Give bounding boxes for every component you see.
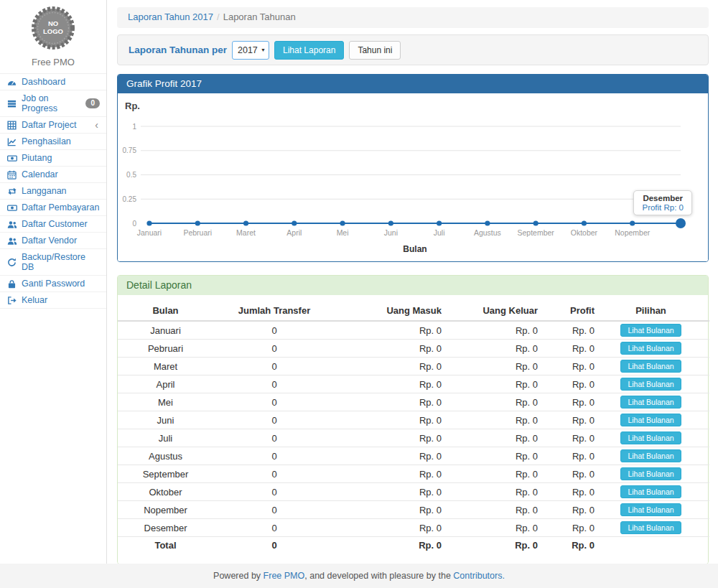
breadcrumb-link-laporan-tahun[interactable]: Laporan Tahun 2017 [128,11,213,22]
money-icon [6,203,17,213]
cell-pilihan: Lihat Bulanan [605,340,709,358]
table-row: Agustus0Rp. 0Rp. 0Rp. 0Lihat Bulanan [118,447,709,465]
sidebar-item-daftar-customer[interactable]: Daftar Customer [0,216,106,233]
cell-bulan: Desember [118,519,213,537]
lihat-bulanan-button[interactable]: Lihat Bulanan [620,414,681,426]
logo-text-line1: NO [48,19,58,27]
cell-bulan: Nopember [118,501,213,519]
lihat-bulanan-button[interactable]: Lihat Bulanan [620,449,681,462]
breadcrumb-separator: / [217,11,220,22]
cell-jumlah_transfer: 0 [213,411,335,429]
cell-uang_masuk: Rp. 0 [335,393,452,411]
brand: NO LOGO Free PMO [0,0,106,67]
footer-link-contributors[interactable]: Contributors. [453,571,505,581]
year-select-wrap: 2017 ▼ [232,41,269,60]
cell-profit: Rp. 0 [549,393,605,411]
cell-uang_keluar: Rp. 0 [452,411,549,429]
sidebar-item-dashboard[interactable]: Dashboard [0,74,106,90]
cell-jumlah_transfer: 0 [213,501,335,519]
dashboard-icon [6,78,17,87]
tahun-ini-button[interactable]: Tahun ini [349,41,401,60]
sidebar-item-calendar[interactable]: Calendar [0,167,106,183]
year-select[interactable]: 2017 [232,41,269,60]
table-row: Desember0Rp. 0Rp. 0Rp. 0Lihat Bulanan [118,519,709,537]
table-row: Juli0Rp. 0Rp. 0Rp. 0Lihat Bulanan [118,429,709,447]
lihat-bulanan-button[interactable]: Lihat Bulanan [620,360,681,373]
svg-text:Nopember: Nopember [615,228,651,237]
cell-bulan: Oktober [118,483,213,501]
lihat-bulanan-button[interactable]: Lihat Bulanan [620,324,681,337]
lihat-bulanan-button[interactable]: Lihat Bulanan [620,485,681,498]
filter-label: Laporan Tahunan per [129,45,227,55]
table-total-row: Total0Rp. 0Rp. 0Rp. 0 [118,537,709,554]
users-icon [6,220,17,229]
cell-profit: Rp. 0 [549,537,605,554]
sidebar-item-daftar-project[interactable]: Daftar Project‹ [0,117,106,134]
detail-panel-body: BulanJumlah TransferUang MasukUang Kelua… [118,295,708,564]
lihat-laporan-button[interactable]: Lihat Laporan [274,41,344,60]
sidebar-item-label: Calendar [22,169,58,179]
cell-bulan: April [118,375,213,393]
sidebar-item-job-on-progress[interactable]: Job on Progress0 [0,90,106,117]
cell-bulan: Juli [118,429,213,447]
cell-uang_keluar: Rp. 0 [452,465,549,483]
svg-text:Mei: Mei [337,228,349,237]
cell-pilihan: Lihat Bulanan [605,483,709,501]
cell-pilihan [605,537,709,554]
chart-tooltip-title: Desember [642,194,684,202]
cell-uang_masuk: Rp. 0 [335,537,452,554]
cell-jumlah_transfer: 0 [213,340,335,358]
lihat-bulanan-button[interactable]: Lihat Bulanan [620,521,681,534]
lihat-bulanan-button[interactable]: Lihat Bulanan [620,378,681,391]
cell-pilihan: Lihat Bulanan [605,447,709,465]
sidebar-item-daftar-pembayaran[interactable]: Daftar Pembayaran [0,200,106,216]
detail-laporan-panel: Detail Laporan BulanJumlah TransferUang … [117,275,709,564]
sidebar-item-label: Daftar Vendor [22,235,77,246]
cell-pilihan: Lihat Bulanan [605,429,709,447]
sign-out-icon [6,296,17,305]
lihat-bulanan-button[interactable]: Lihat Bulanan [620,431,681,444]
footer-text-prefix: Powered by [213,571,261,581]
cell-uang_masuk: Rp. 0 [335,447,452,465]
cell-profit: Rp. 0 [549,429,605,447]
svg-text:April: April [286,228,302,237]
footer-link-free-pmo[interactable]: Free PMO [264,571,305,581]
lihat-bulanan-button[interactable]: Lihat Bulanan [620,396,681,409]
cell-pilihan: Lihat Bulanan [605,358,709,375]
sidebar-item-penghasilan[interactable]: Penghasilan [0,134,106,150]
cell-uang_masuk: Rp. 0 [335,321,452,340]
column-header-bulan: Bulan [118,301,213,321]
cell-uang_keluar: Rp. 0 [452,429,549,447]
cell-uang_keluar: Rp. 0 [452,501,549,519]
chevron-left-icon: ‹ [95,121,100,129]
cell-uang_keluar: Rp. 0 [452,519,549,537]
table-row: Juni0Rp. 0Rp. 0Rp. 0Lihat Bulanan [118,411,709,429]
svg-text:0.25: 0.25 [123,195,137,203]
table-row: Mei0Rp. 0Rp. 0Rp. 0Lihat Bulanan [118,393,709,411]
cell-pilihan: Lihat Bulanan [605,321,709,340]
tasks-icon [6,99,17,108]
sidebar-item-langganan[interactable]: Langganan [0,183,106,200]
sidebar-item-label: Piutang [22,153,52,163]
sidebar-item-keluar[interactable]: Keluar [0,292,106,309]
cell-pilihan: Lihat Bulanan [605,411,709,429]
sidebar-item-daftar-vendor[interactable]: Daftar Vendor [0,233,106,249]
lihat-bulanan-button[interactable]: Lihat Bulanan [620,342,681,355]
svg-text:0.5: 0.5 [126,171,136,179]
report-filter-bar: Laporan Tahunan per 2017 ▼ Lihat Laporan… [117,34,709,65]
detail-panel-title: Detail Laporan [118,276,708,295]
table-icon [6,121,17,130]
sidebar-item-backup-restore-db[interactable]: Backup/Restore DB [0,249,106,276]
cell-uang_masuk: Rp. 0 [335,483,452,501]
sidebar-item-ganti-password[interactable]: Ganti Password [0,276,106,292]
lihat-bulanan-button[interactable]: Lihat Bulanan [620,467,681,480]
cell-profit: Rp. 0 [549,358,605,375]
sidebar-item-piutang[interactable]: Piutang [0,150,106,167]
lihat-bulanan-button[interactable]: Lihat Bulanan [620,503,681,516]
money-icon [6,154,17,163]
cell-bulan: Maret [118,358,213,375]
cell-profit: Rp. 0 [549,375,605,393]
breadcrumb: Laporan Tahun 2017/Laporan Tahunan [117,7,709,28]
cell-uang_masuk: Rp. 0 [335,501,452,519]
cell-uang_keluar: Rp. 0 [452,393,549,411]
